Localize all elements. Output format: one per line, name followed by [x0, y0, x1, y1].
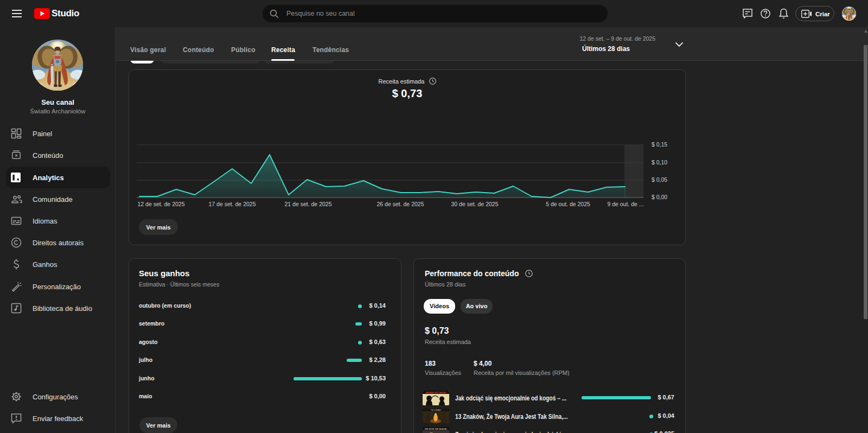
- svg-text:MUSISZ IŚĆ DALEJ: MUSISZ IŚĆ DALEJ: [426, 391, 446, 394]
- svg-text:NIE MÓW, NIE BŁAGAJ: NIE MÓW, NIE BŁAGAJ: [425, 428, 447, 430]
- svg-text:TE OZNAKI: TE OZNAKI: [431, 409, 441, 411]
